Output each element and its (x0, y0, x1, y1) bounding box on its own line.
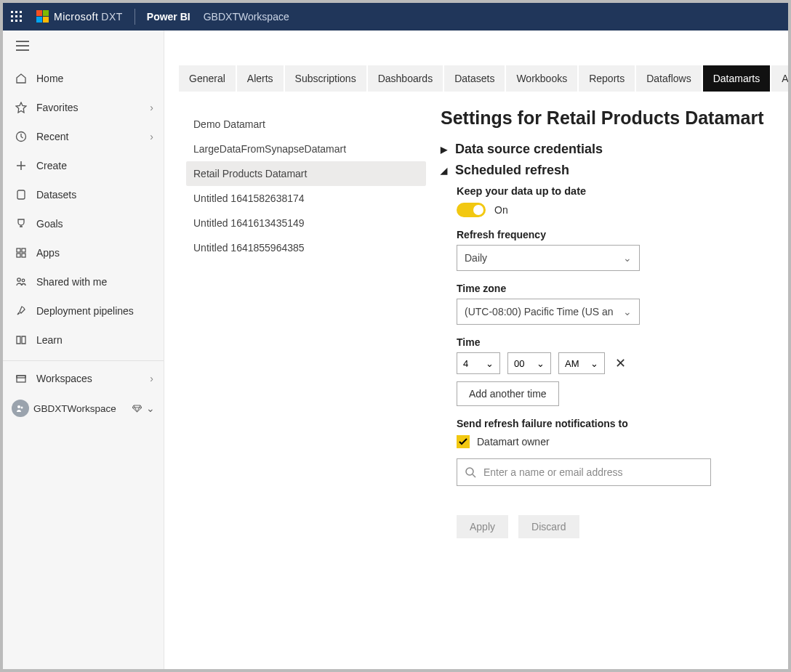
nav-item-apps[interactable]: Apps (3, 238, 164, 267)
left-nav: Home Favorites › Recent › Create Dataset… (3, 31, 164, 669)
chevron-down-icon: ⌄ (486, 358, 494, 369)
datamart-list-item[interactable]: Untitled 1641613435149 (186, 211, 426, 235)
toggle-state: On (494, 204, 508, 216)
datamart-list-item[interactable]: Untitled 1641582638174 (186, 186, 426, 211)
notify-owner-label: Datamart owner (477, 436, 550, 448)
svg-rect-0 (11, 11, 13, 13)
database-icon (13, 189, 29, 201)
svg-rect-1 (15, 11, 17, 13)
time-minute-select[interactable]: 00⌄ (507, 352, 551, 374)
settings-tabstrip: General Alerts Subscriptions Dashboards … (179, 65, 788, 92)
nav-collapse-button[interactable] (16, 41, 29, 51)
nav-label: Apps (36, 247, 153, 259)
nav-item-recent[interactable]: Recent › (3, 122, 164, 151)
nav-item-pipelines[interactable]: Deployment pipelines (3, 296, 164, 325)
remove-time-icon[interactable]: ✕ (615, 355, 626, 371)
tab-alerts[interactable]: Alerts (237, 65, 284, 92)
notify-contact-input[interactable]: Enter a name or email address (457, 458, 711, 486)
section-credentials: ▶ Data source credentials (441, 142, 766, 157)
svg-point-24 (17, 278, 20, 281)
svg-rect-26 (17, 376, 25, 382)
nav-label: Shared with me (36, 276, 153, 288)
plus-icon (13, 160, 29, 171)
chevron-down-icon: ⌄ (537, 358, 545, 369)
svg-rect-8 (20, 20, 22, 22)
input-placeholder: Enter a name or email address (483, 466, 622, 478)
section-label: Scheduled refresh (455, 163, 569, 178)
add-another-time-button[interactable]: Add another time (457, 381, 559, 406)
section-refresh: ◢ Scheduled refresh Keep your data up to… (441, 163, 766, 538)
notify-owner-checkbox[interactable] (457, 435, 470, 448)
chevron-down-icon: ⌄ (590, 358, 598, 369)
apps-icon (13, 247, 29, 259)
datamart-list: Demo Datamart LargeDataFromSynapseDatama… (179, 92, 426, 669)
svg-point-25 (22, 279, 25, 282)
section-label: Data source credentials (455, 142, 603, 157)
nav-label: Goals (36, 218, 153, 230)
apply-button[interactable]: Apply (457, 515, 508, 538)
time-hour-select[interactable]: 4⌄ (457, 352, 500, 374)
app-launcher-icon[interactable] (7, 7, 26, 26)
tab-workbooks[interactable]: Workbooks (506, 65, 577, 92)
svg-rect-11 (36, 17, 42, 23)
svg-rect-4 (15, 15, 17, 17)
svg-rect-27 (17, 376, 25, 378)
microsoft-logo-icon (36, 10, 49, 23)
svg-rect-7 (15, 20, 17, 22)
svg-point-28 (17, 405, 20, 408)
notify-owner-row: Datamart owner (457, 435, 766, 448)
tab-dataflows[interactable]: Dataflows (636, 65, 701, 92)
datamart-list-item[interactable]: Untitled 1641855964385 (186, 235, 426, 260)
svg-point-30 (466, 468, 473, 475)
refresh-toggle[interactable]: On (457, 203, 766, 217)
svg-rect-2 (20, 11, 22, 13)
tab-general[interactable]: General (179, 65, 236, 92)
search-icon (465, 466, 476, 478)
nav-item-workspaces[interactable]: Workspaces › (3, 364, 164, 393)
tab-app[interactable]: App (771, 65, 788, 92)
tab-datasets[interactable]: Datasets (444, 65, 505, 92)
chevron-right-icon: › (150, 102, 153, 113)
nav-item-shared[interactable]: Shared with me (3, 267, 164, 296)
tab-datamarts[interactable]: Datamarts (703, 65, 771, 92)
action-buttons: Apply Discard (457, 515, 766, 538)
nav-item-create[interactable]: Create (3, 151, 164, 180)
triangle-down-icon: ◢ (441, 166, 451, 176)
current-workspace-row[interactable]: GBDXTWorkspace ⌄ (3, 393, 164, 424)
tab-dashboards[interactable]: Dashboards (368, 65, 443, 92)
timezone-select[interactable]: (UTC-08:00) Pacific Time (US an ⌄ (457, 299, 640, 325)
tab-reports[interactable]: Reports (579, 65, 635, 92)
trophy-icon (13, 218, 29, 230)
section-header-refresh[interactable]: ◢ Scheduled refresh (441, 163, 766, 178)
section-header-credentials[interactable]: ▶ Data source credentials (441, 142, 766, 157)
frequency-select[interactable]: Daily ⌄ (457, 245, 640, 271)
datamart-list-item[interactable]: Retail Products Datamart (186, 161, 426, 186)
svg-line-31 (473, 474, 475, 477)
main-region: General Alerts Subscriptions Dashboards … (164, 31, 788, 669)
triangle-right-icon: ▶ (441, 145, 451, 155)
nav-label: Learn (36, 334, 153, 346)
chevron-right-icon: › (150, 131, 153, 142)
nav-item-home[interactable]: Home (3, 64, 164, 93)
nav-item-learn[interactable]: Learn (3, 325, 164, 355)
header-separator (134, 9, 135, 25)
discard-button[interactable]: Discard (518, 515, 579, 538)
nav-label: Deployment pipelines (36, 305, 153, 317)
tab-subscriptions[interactable]: Subscriptions (285, 65, 366, 92)
datamart-list-item[interactable]: Demo Datamart (186, 112, 426, 137)
svg-rect-12 (43, 17, 49, 23)
nav-item-goals[interactable]: Goals (3, 209, 164, 238)
time-ampm-select[interactable]: AM⌄ (558, 352, 605, 374)
settings-panel: Settings for Retail Products Datamart ▶ … (426, 92, 788, 669)
nav-label: Home (36, 73, 153, 84)
keep-data-label: Keep your data up to date (457, 185, 766, 197)
nav-item-datasets[interactable]: Datasets (3, 180, 164, 209)
app-name[interactable]: Power BI (147, 11, 190, 23)
header-workspace-name[interactable]: GBDXTWorkspace (204, 11, 289, 23)
nav-item-favorites[interactable]: Favorites › (3, 93, 164, 122)
datamart-list-item[interactable]: LargeDataFromSynapseDatamart (186, 137, 426, 161)
svg-rect-20 (17, 248, 20, 252)
svg-rect-9 (36, 10, 42, 16)
time-label: Time (457, 336, 766, 348)
chevron-down-icon: ⌄ (623, 306, 632, 317)
